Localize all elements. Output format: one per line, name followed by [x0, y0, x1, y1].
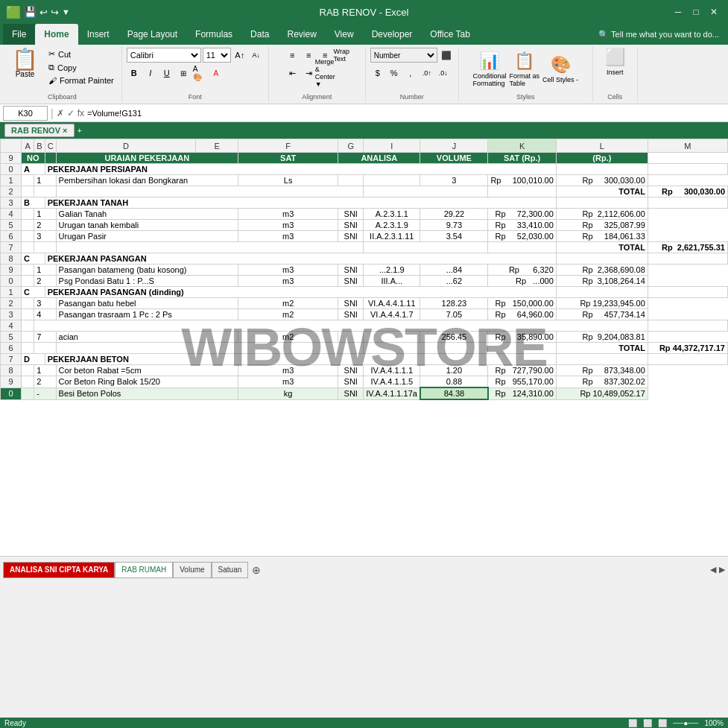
insert-button[interactable]: ⬜ Insert — [605, 48, 625, 76]
cell-l16[interactable]: Rp 52,030.00 — [488, 231, 556, 242]
cell-l26[interactable]: TOTAL — [556, 343, 648, 354]
cell-g28[interactable]: m3 — [238, 365, 338, 376]
cell-m16[interactable]: Rp 184,061.33 — [556, 231, 648, 242]
cell-b20[interactable]: 2 — [34, 276, 56, 287]
cell-i23[interactable]: SNI — [338, 309, 364, 320]
cell-l20[interactable]: Rp ...000 — [488, 276, 556, 287]
cell-j14[interactable]: A.2.3.1.1 — [364, 209, 420, 220]
cell-l10[interactable] — [556, 164, 648, 175]
cell-a23[interactable] — [22, 309, 34, 320]
cell-i30[interactable]: SNI — [338, 387, 364, 399]
wrap-text-button[interactable]: Wrap Text — [334, 48, 349, 63]
cell-j23[interactable]: VI.A.4.4.1.7 — [364, 309, 420, 320]
cell-k11[interactable]: 3 — [420, 175, 488, 186]
col-header-e[interactable]: E — [196, 139, 238, 153]
cell-j22[interactable]: VI.A.4.4.1.11 — [364, 298, 420, 309]
cell-m28[interactable]: Rp 873,348.00 — [556, 365, 648, 376]
cell-styles-button[interactable]: 🎨 Cell Styles - — [542, 55, 578, 83]
fill-color-button[interactable]: A🎨 — [192, 66, 207, 80]
cell-a10[interactable]: A — [22, 164, 45, 175]
cell-i17[interactable] — [364, 242, 488, 253]
cell-d22[interactable]: Pasangan batu hebel — [56, 298, 238, 309]
copy-button[interactable]: ⧉ Copy — [45, 61, 117, 74]
cell-m19[interactable]: Rp 2,368,690.08 — [556, 265, 648, 276]
font-size-select[interactable]: 11 — [203, 48, 231, 63]
cell-l14[interactable]: Rp 72,300.00 — [488, 209, 556, 220]
sheet-tab-rab-rumah[interactable]: RAB RUMAH — [115, 562, 173, 578]
number-format-expand[interactable]: ⬛ — [439, 48, 454, 63]
formula-input[interactable] — [87, 106, 725, 121]
cell-d30[interactable]: Besi Beton Polos — [56, 387, 238, 399]
cell-d13[interactable]: PEKERJAAN TANAH — [45, 197, 556, 209]
cell-j30[interactable]: IV.A.4.1.1.17a — [364, 387, 420, 399]
cell-g16[interactable]: m3 — [238, 231, 338, 242]
cell-a22[interactable] — [22, 298, 34, 309]
title-bar-controls[interactable]: 🟩 💾 ↩ ↪ ▼ — [6, 5, 70, 19]
cell-d21[interactable]: PEKERJAAN PASANGAN (dinding) — [45, 287, 556, 298]
cell-g30[interactable]: kg — [238, 387, 338, 399]
cell-b14[interactable]: 1 — [34, 209, 56, 220]
cell-d23[interactable]: Pasangan trasraam 1 Pc : 2 Ps — [56, 309, 238, 320]
conditional-formatting-button[interactable]: 📊 ConditionalFormatting — [472, 51, 506, 87]
cell-d17[interactable] — [56, 242, 364, 253]
cell-j28[interactable]: IV.A.4.1.1.1 — [364, 365, 420, 376]
cell-a11[interactable] — [22, 175, 34, 186]
cell-k30[interactable]: 84.38 — [420, 387, 488, 399]
cell-b28[interactable]: 1 — [34, 365, 56, 376]
cell-d14[interactable]: Galian Tanah — [56, 209, 238, 220]
col-header-d[interactable]: D — [56, 139, 196, 153]
decimal-increase-button[interactable]: .0↑ — [420, 66, 434, 80]
format-painter-button[interactable]: 🖌 Format Painter — [45, 75, 117, 86]
cell-d26[interactable] — [56, 343, 364, 354]
format-as-table-button[interactable]: 📋 Format asTable — [510, 51, 540, 87]
tab-formulas[interactable]: Formulas — [186, 24, 241, 45]
align-left-button[interactable]: ≡ — [285, 48, 300, 63]
sheet-tab-satuan[interactable]: Satuan — [212, 562, 249, 578]
sheet-nav-buttons[interactable]: ◀ ▶ — [710, 565, 728, 575]
cell-b26[interactable] — [34, 343, 56, 354]
cell-b19[interactable]: 1 — [34, 265, 56, 276]
cell-k16[interactable]: 3.54 — [420, 231, 488, 242]
cell-m15[interactable]: Rp 325,087.99 — [556, 220, 648, 231]
cell-l21[interactable] — [556, 287, 648, 298]
redo-icon[interactable]: ↪ — [51, 7, 59, 18]
cell-g19[interactable]: m3 — [238, 265, 338, 276]
tab-developer[interactable]: Developer — [363, 24, 422, 45]
cell-d25[interactable]: acian — [56, 332, 238, 343]
cell-d11[interactable]: Pembersihan lokasi dan Bongkaran — [56, 175, 238, 186]
col-header-k[interactable]: K — [488, 139, 556, 153]
insert-function-icon[interactable]: fx — [77, 108, 84, 118]
cell-i15[interactable]: SNI — [338, 220, 364, 231]
col-header-m[interactable]: M — [648, 139, 727, 153]
cell-l11[interactable]: Rp 100,010.00 — [488, 175, 556, 186]
cell-a25[interactable] — [22, 332, 34, 343]
tab-office-tab[interactable]: Office Tab — [421, 24, 479, 45]
cell-m21[interactable] — [648, 287, 727, 298]
cell-j16[interactable]: II.A.2.3.1.11 — [364, 231, 420, 242]
cell-g25[interactable]: m2 — [238, 332, 338, 343]
cell-l29[interactable]: Rp 955,170.00 — [488, 376, 556, 388]
col-header-c[interactable]: C — [45, 139, 56, 153]
cell-l23[interactable]: Rp 64,960.00 — [488, 309, 556, 320]
cell-d20[interactable]: Psg Pondasi Batu 1 : P...S — [56, 276, 238, 287]
cell-m30[interactable]: Rp 10,489,052.17 — [556, 387, 648, 399]
cell-k19[interactable]: ...84 — [420, 265, 488, 276]
save-icon[interactable]: 💾 — [24, 6, 37, 18]
tab-data[interactable]: Data — [241, 24, 278, 45]
merge-center-button[interactable]: Merge & Center ▼ — [317, 66, 332, 80]
sheet-tab-analisa[interactable]: ANALISA SNI CIPTA KARYA — [3, 562, 115, 578]
cell-b12[interactable] — [34, 186, 56, 197]
cell-l25[interactable]: Rp 35,890.00 — [488, 332, 556, 343]
cell-j11[interactable] — [364, 175, 420, 186]
cell-a30[interactable] — [22, 387, 34, 399]
cell-d10[interactable]: PEKERJAAN PERSIAPAN — [45, 164, 556, 175]
cell-l13[interactable] — [556, 197, 648, 209]
cell-m13[interactable] — [648, 197, 727, 209]
cell-a19[interactable] — [22, 265, 34, 276]
cell-m12[interactable]: Rp 300,030.00 — [648, 186, 727, 197]
cell-a16[interactable] — [22, 231, 34, 242]
customize-icon[interactable]: ▼ — [62, 7, 70, 16]
border-button[interactable]: ⊞ — [176, 66, 191, 80]
cell-i22[interactable]: SNI — [338, 298, 364, 309]
view-layout-icon[interactable]: ⬜ — [643, 719, 652, 727]
